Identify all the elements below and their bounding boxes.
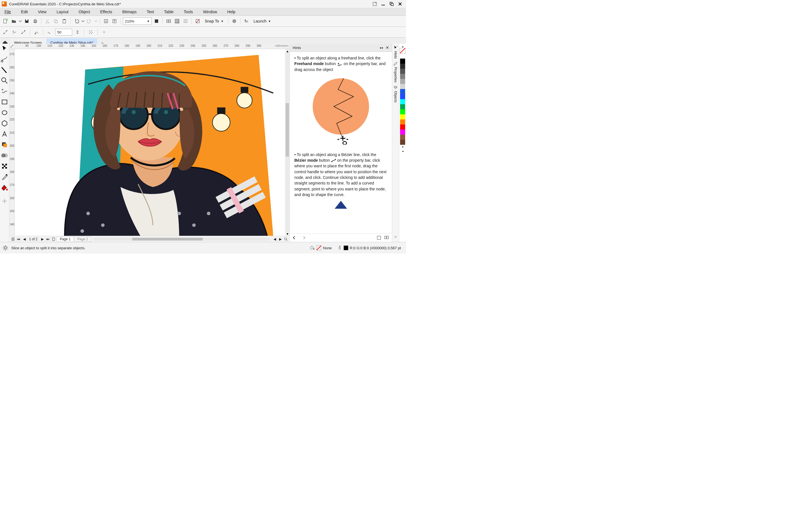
maximize-button[interactable]	[388, 1, 396, 7]
zoom-level-input[interactable]: 210%▼	[123, 17, 152, 25]
options-button[interactable]	[231, 17, 238, 25]
scroll-up-icon[interactable]: ▴	[285, 49, 290, 53]
transparency-tool[interactable]	[1, 152, 8, 159]
grid2-button[interactable]	[173, 17, 181, 25]
eyedropper-tool[interactable]	[1, 173, 8, 180]
color-swatch[interactable]	[400, 104, 405, 109]
ruler-vertical[interactable]: 270 260 250 240 230 220 210 200 190 180 …	[9, 49, 15, 236]
color-swatch[interactable]	[400, 94, 405, 99]
menu-edit[interactable]: Edit	[16, 8, 33, 15]
color-swatch[interactable]	[400, 59, 405, 64]
close-icon[interactable]: ✕	[386, 45, 389, 50]
freehand-mode-button[interactable]	[11, 29, 18, 36]
page-add2-icon[interactable]	[51, 237, 56, 242]
drawing-canvas[interactable]	[15, 49, 285, 236]
grid1-button[interactable]	[165, 17, 172, 25]
scroll-thumb[interactable]	[132, 238, 203, 240]
pattern-tool[interactable]	[1, 163, 8, 170]
horizontal-scrollbar[interactable]	[93, 238, 270, 240]
color-swatch[interactable]	[400, 84, 405, 89]
add-button[interactable]	[100, 29, 108, 36]
color-swatch[interactable]	[400, 64, 405, 69]
outline-swatch[interactable]	[344, 245, 348, 250]
color-swatch[interactable]	[400, 140, 405, 145]
dock-add-button[interactable]	[393, 235, 398, 240]
new-button[interactable]	[2, 17, 9, 25]
ellipse-tool[interactable]	[1, 109, 8, 116]
page-tab-2[interactable]: Page 2	[74, 236, 91, 242]
color-swatch[interactable]	[400, 54, 405, 59]
menu-text[interactable]: Text	[142, 8, 159, 15]
menu-table[interactable]: Table	[159, 8, 179, 15]
crop-tool[interactable]	[1, 66, 8, 73]
bezier-mode-button[interactable]	[20, 29, 27, 36]
menu-layout[interactable]: Layout	[52, 8, 73, 15]
shape-tool[interactable]	[1, 55, 8, 63]
settings-icon[interactable]	[2, 245, 8, 251]
hints-forward-icon[interactable]	[301, 236, 306, 240]
fill-bucket-icon[interactable]	[310, 245, 315, 251]
hints-book-icon[interactable]	[384, 235, 389, 241]
cut-button[interactable]	[44, 17, 51, 25]
dock-tab-hints[interactable]: ? Hints	[393, 45, 399, 59]
import-button[interactable]	[102, 17, 110, 25]
snap-to-dropdown[interactable]: Snap To▼	[202, 18, 226, 24]
twopoint-line-button[interactable]	[2, 29, 9, 36]
close-button[interactable]	[396, 1, 404, 7]
vertical-scrollbar[interactable]: ▴ ▾	[285, 49, 290, 236]
color-swatch[interactable]	[400, 99, 405, 104]
color-swatch[interactable]	[400, 109, 405, 114]
launch-dropdown[interactable]: Launch▼	[251, 18, 273, 24]
copy-button[interactable]	[52, 17, 59, 25]
page-last-icon[interactable]: ⏭	[45, 237, 50, 242]
redo-button[interactable]	[86, 17, 93, 25]
color-swatch[interactable]	[400, 119, 405, 124]
color-swatch[interactable]	[400, 129, 405, 135]
page-prev-icon[interactable]: ◀	[22, 237, 27, 242]
text-tool[interactable]	[1, 130, 8, 138]
paste-button[interactable]	[61, 17, 68, 25]
menu-help[interactable]: Help	[222, 8, 241, 15]
grid3-button[interactable]	[182, 17, 189, 25]
outline-pen-icon[interactable]	[338, 245, 342, 251]
fullscreen-button[interactable]	[153, 17, 160, 25]
color-swatch[interactable]	[400, 124, 405, 129]
undo-button[interactable]	[73, 17, 80, 25]
fill-tool[interactable]	[1, 184, 8, 191]
menu-view[interactable]: View	[33, 8, 52, 15]
color-swatch[interactable]	[400, 89, 405, 94]
polygon-tool[interactable]	[1, 120, 8, 127]
hscroll-left-icon[interactable]: ◀	[272, 237, 277, 242]
color-swatch[interactable]	[400, 79, 405, 84]
color-swatch[interactable]	[400, 69, 405, 74]
open-dropdown[interactable]	[18, 17, 22, 25]
redo-dropdown[interactable]	[94, 17, 98, 25]
menu-tools[interactable]: Tools	[179, 8, 198, 15]
hscroll-right-icon[interactable]: ▶	[278, 237, 283, 242]
palette-expand-icon[interactable]: ◂	[402, 150, 403, 153]
color-swatch[interactable]	[400, 114, 405, 119]
page-add-icon[interactable]	[10, 237, 15, 242]
ruler-origin-icon[interactable]	[9, 44, 15, 49]
snap-off-button[interactable]	[194, 17, 201, 25]
dropshadow-tool[interactable]	[1, 141, 8, 149]
palette-up-icon[interactable]: ▴	[402, 45, 403, 48]
hints-back-icon[interactable]	[293, 236, 298, 240]
menu-effects[interactable]: Effects	[95, 8, 117, 15]
rectangle-tool[interactable]	[1, 98, 8, 106]
no-color-swatch[interactable]	[400, 48, 405, 54]
save-button[interactable]	[23, 17, 31, 25]
export-button[interactable]	[111, 17, 118, 25]
scatter-button[interactable]	[87, 29, 94, 36]
menu-bitmaps[interactable]: Bitmaps	[117, 8, 142, 15]
outline-width-button[interactable]	[74, 29, 81, 36]
menu-window[interactable]: Window	[198, 8, 222, 15]
page-tab-1[interactable]: Page 1	[57, 236, 73, 242]
open-button[interactable]	[10, 17, 17, 25]
launcher-icon[interactable]	[243, 17, 250, 25]
auto-close-button[interactable]	[33, 29, 40, 36]
freq-input[interactable]: 50	[55, 29, 72, 36]
scroll-thumb[interactable]	[286, 103, 289, 157]
share-icon[interactable]	[370, 1, 379, 7]
print-button[interactable]	[32, 17, 39, 25]
